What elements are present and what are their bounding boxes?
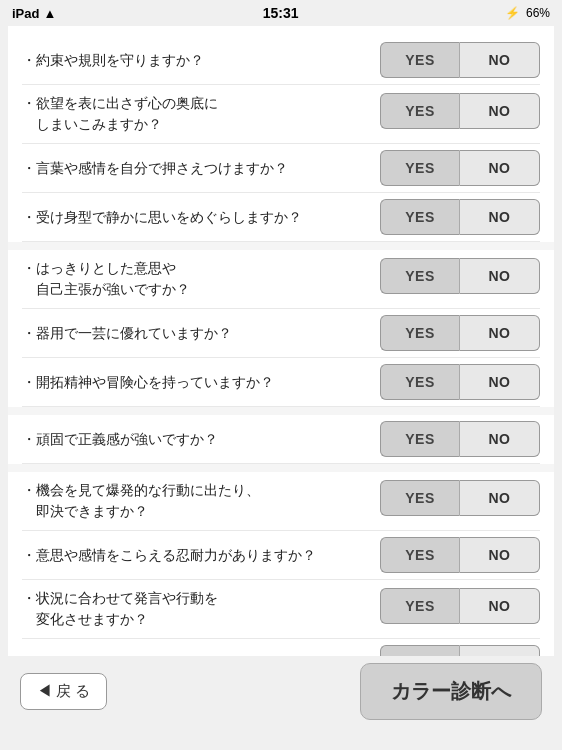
yes-button-2[interactable]: YES	[380, 93, 460, 129]
question-row-8: ・頑固で正義感が強いですか？YESNO	[22, 415, 540, 464]
yes-no-group-2: YESNO	[380, 93, 540, 129]
question-row-3: ・言葉や感情を自分で押さえつけますか？YESNO	[22, 144, 540, 193]
no-button-12[interactable]: NO	[460, 645, 540, 656]
question-row-6: ・器用で一芸に優れていますか？YESNO	[22, 309, 540, 358]
yes-button-5[interactable]: YES	[380, 258, 460, 294]
footer: ◀ 戻 る カラー診断へ	[0, 656, 562, 726]
question-text-12: ・正しい知識を幅広く知っていますか？	[22, 653, 380, 657]
no-button-11[interactable]: NO	[460, 588, 540, 624]
no-button-5[interactable]: NO	[460, 258, 540, 294]
yes-button-10[interactable]: YES	[380, 537, 460, 573]
yes-no-group-12: YESNO	[380, 645, 540, 656]
yes-button-7[interactable]: YES	[380, 364, 460, 400]
question-text-9: ・機会を見て爆発的な行動に出たり、 即決できますか？	[22, 480, 380, 522]
question-text-10: ・意思や感情をこらえる忍耐力がありますか？	[22, 545, 380, 566]
yes-button-12[interactable]: YES	[380, 645, 460, 656]
forward-button[interactable]: カラー診断へ	[360, 663, 542, 720]
yes-button-6[interactable]: YES	[380, 315, 460, 351]
yes-no-group-6: YESNO	[380, 315, 540, 351]
question-text-1: ・約束や規則を守りますか？	[22, 50, 380, 71]
question-row-2: ・欲望を表に出さず心の奥底に しまいこみますか？YESNO	[22, 85, 540, 144]
question-text-3: ・言葉や感情を自分で押さえつけますか？	[22, 158, 380, 179]
no-button-6[interactable]: NO	[460, 315, 540, 351]
no-button-8[interactable]: NO	[460, 421, 540, 457]
question-text-11: ・状況に合わせて発言や行動を 変化させますか？	[22, 588, 380, 630]
no-button-7[interactable]: NO	[460, 364, 540, 400]
question-row-11: ・状況に合わせて発言や行動を 変化させますか？YESNO	[22, 580, 540, 639]
section-divider-3	[8, 242, 554, 250]
status-bar-left: iPad ▲	[12, 6, 56, 21]
bluetooth-icon: ⚡	[505, 6, 520, 20]
yes-button-1[interactable]: YES	[380, 42, 460, 78]
yes-no-group-8: YESNO	[380, 421, 540, 457]
battery-label: 66%	[526, 6, 550, 20]
yes-button-3[interactable]: YES	[380, 150, 460, 186]
question-row-9: ・機会を見て爆発的な行動に出たり、 即決できますか？YESNO	[22, 472, 540, 531]
no-button-2[interactable]: NO	[460, 93, 540, 129]
question-text-7: ・開拓精神や冒険心を持っていますか？	[22, 372, 380, 393]
no-button-10[interactable]: NO	[460, 537, 540, 573]
yes-button-8[interactable]: YES	[380, 421, 460, 457]
no-button-3[interactable]: NO	[460, 150, 540, 186]
status-bar-right: ⚡ 66%	[505, 6, 550, 20]
back-button[interactable]: ◀ 戻 る	[20, 673, 107, 710]
question-text-8: ・頑固で正義感が強いですか？	[22, 429, 380, 450]
no-button-9[interactable]: NO	[460, 480, 540, 516]
yes-no-group-10: YESNO	[380, 537, 540, 573]
question-text-5: ・はっきりとした意思や 自己主張が強いですか？	[22, 258, 380, 300]
no-button-1[interactable]: NO	[460, 42, 540, 78]
yes-no-group-7: YESNO	[380, 364, 540, 400]
wifi-icon: ▲	[43, 6, 56, 21]
yes-no-group-1: YESNO	[380, 42, 540, 78]
question-row-5: ・はっきりとした意思や 自己主張が強いですか？YESNO	[22, 250, 540, 309]
question-row-4: ・受け身型で静かに思いをめぐらしますか？YESNO	[22, 193, 540, 242]
yes-no-group-11: YESNO	[380, 588, 540, 624]
question-text-2: ・欲望を表に出さず心の奥底に しまいこみますか？	[22, 93, 380, 135]
yes-no-group-5: YESNO	[380, 258, 540, 294]
question-row-10: ・意思や感情をこらえる忍耐力がありますか？YESNO	[22, 531, 540, 580]
yes-no-group-9: YESNO	[380, 480, 540, 516]
question-row-1: ・約束や規則を守りますか？YESNO	[22, 36, 540, 85]
question-text-4: ・受け身型で静かに思いをめぐらしますか？	[22, 207, 380, 228]
yes-no-group-4: YESNO	[380, 199, 540, 235]
section-divider-7	[8, 464, 554, 472]
no-button-4[interactable]: NO	[460, 199, 540, 235]
yes-no-group-3: YESNO	[380, 150, 540, 186]
section-divider-6	[8, 407, 554, 415]
question-text-6: ・器用で一芸に優れていますか？	[22, 323, 380, 344]
device-label: iPad	[12, 6, 39, 21]
status-bar: iPad ▲ 15:31 ⚡ 66%	[0, 0, 562, 26]
question-row-7: ・開拓精神や冒険心を持っていますか？YESNO	[22, 358, 540, 407]
yes-button-9[interactable]: YES	[380, 480, 460, 516]
status-bar-time: 15:31	[263, 5, 299, 21]
yes-button-11[interactable]: YES	[380, 588, 460, 624]
yes-button-4[interactable]: YES	[380, 199, 460, 235]
questions-container: ・約束や規則を守りますか？YESNO・欲望を表に出さず心の奥底に しまいこみます…	[8, 26, 554, 656]
question-row-12: ・正しい知識を幅広く知っていますか？YESNO	[22, 639, 540, 656]
